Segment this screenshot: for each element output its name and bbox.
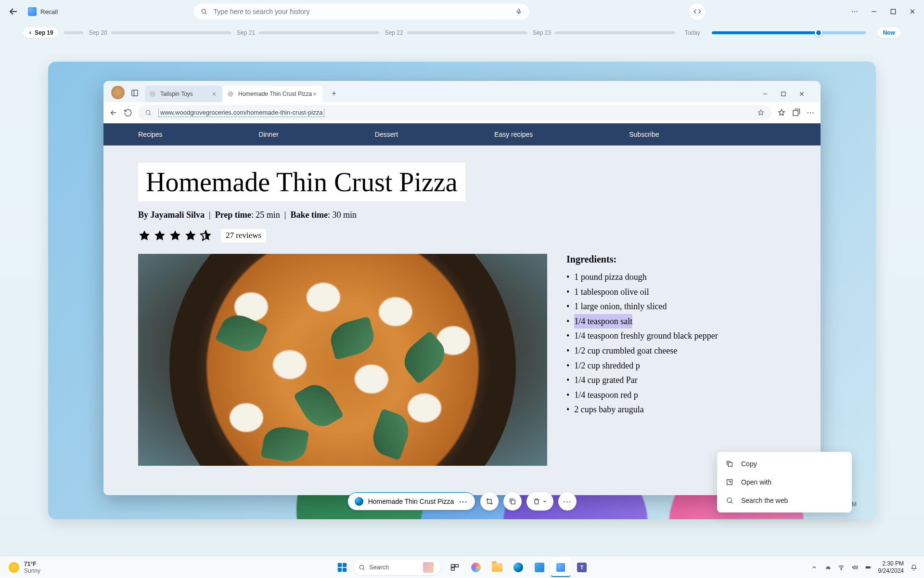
site-nav-link[interactable]: Dessert [375, 131, 398, 138]
copy-snapshot-button[interactable] [503, 492, 522, 511]
timeline-today-label: Today [685, 29, 700, 36]
delete-snapshot-button[interactable] [526, 492, 553, 511]
volume-icon[interactable] [851, 564, 858, 571]
close-icon[interactable] [909, 8, 916, 15]
timeline-segment[interactable] [64, 31, 83, 34]
snapshot-source-chip[interactable]: Homemade Thin Crust Pizza ⋯ [347, 492, 476, 511]
timeline-segment[interactable] [407, 31, 527, 34]
timeline-segment[interactable] [259, 31, 379, 34]
ingredient-item[interactable]: 1/4 teaspoon salt [566, 314, 786, 329]
ingredient-item[interactable]: 1/4 teaspoon freshly ground black pepper [566, 328, 786, 343]
teams-button[interactable]: T [572, 558, 591, 577]
context-menu-copy[interactable]: Copy [717, 455, 852, 473]
taskbar-weather[interactable]: 71°F Sunny [0, 561, 40, 574]
address-bar[interactable]: www.woodgrovegroceries.com/homemade-thin… [138, 105, 771, 120]
svg-rect-5 [891, 9, 895, 13]
tab-close-icon[interactable] [312, 91, 318, 97]
tray-chevron-icon[interactable] [811, 564, 818, 571]
svg-rect-19 [338, 567, 342, 571]
task-view-button[interactable] [445, 558, 464, 577]
crop-snapshot-button[interactable] [480, 492, 499, 511]
history-search-input[interactable] [213, 8, 515, 15]
favorite-icon[interactable] [757, 109, 765, 117]
dev-mode-button[interactable] [689, 3, 706, 20]
battery-icon[interactable] [865, 564, 872, 571]
notifications-icon[interactable] [911, 564, 917, 571]
mic-icon[interactable] [515, 8, 522, 15]
timeline-now-button[interactable]: Now [877, 27, 901, 38]
minimize-icon[interactable] [870, 8, 878, 15]
onedrive-icon[interactable] [824, 564, 831, 571]
ingredient-item[interactable]: 1/4 teaspoon red p [566, 388, 786, 403]
site-nav-link[interactable]: Subscribe [629, 131, 659, 138]
tab-favicon-icon [228, 91, 233, 97]
context-menu-label: Copy [741, 460, 757, 468]
timeline-segment[interactable] [555, 31, 675, 34]
collections-icon[interactable] [792, 108, 800, 117]
snapshot-more-button[interactable]: ⋯ [558, 492, 577, 511]
start-button[interactable] [333, 558, 352, 577]
window-minimize-icon[interactable] [762, 91, 769, 97]
tab-favicon-icon [150, 91, 155, 97]
more-icon[interactable] [851, 8, 859, 15]
new-tab-button[interactable] [327, 87, 341, 100]
ingredient-text: 1/2 cup crumbled goat cheese [574, 343, 677, 358]
store-button[interactable] [530, 558, 549, 577]
search-icon [145, 109, 152, 116]
windows-icon [337, 562, 347, 573]
timeline-start-chip[interactable]: Sep 19 [23, 27, 58, 38]
copy-icon [726, 460, 733, 468]
site-nav-link[interactable]: Recipes [138, 131, 163, 138]
vertical-tabs-icon[interactable] [130, 89, 139, 97]
maximize-icon[interactable] [889, 8, 897, 15]
svg-rect-7 [782, 92, 785, 96]
chevron-left-icon [28, 30, 33, 35]
wifi-icon[interactable] [838, 564, 845, 571]
svg-rect-13 [728, 462, 732, 466]
ingredient-item[interactable]: 1/2 cup shredded p [566, 358, 786, 373]
tab-close-icon[interactable] [211, 91, 217, 97]
browser-tab[interactable]: Homemade Thin Crust Pizza [223, 86, 322, 102]
ingredient-item[interactable]: 1/4 cup grated Par [566, 373, 786, 388]
context-menu-open-with[interactable]: Open with [717, 473, 852, 491]
browser-back-icon[interactable] [109, 108, 118, 117]
profile-avatar[interactable] [111, 86, 125, 99]
timeline-segment[interactable] [111, 31, 231, 34]
ingredient-item[interactable]: 2 cups baby arugula [566, 402, 786, 417]
ingredient-item[interactable]: 1 pound pizza dough [566, 270, 786, 285]
timeline[interactable]: Sep 19 Sep 20 Sep 21 Sep 22 Sep 23 Today… [0, 23, 924, 42]
edge-button[interactable] [509, 558, 528, 577]
teams-icon: T [577, 563, 587, 572]
context-menu-search-web[interactable]: Search the web [717, 491, 852, 510]
windows-taskbar[interactable]: 71°F Sunny Search T 2:30 PM 9/24/2024 [0, 556, 924, 578]
history-search[interactable] [193, 3, 530, 20]
svg-rect-18 [343, 563, 346, 566]
file-explorer-button[interactable] [488, 558, 507, 577]
ingredient-item[interactable]: 1/2 cup crumbled goat cheese [566, 343, 786, 358]
window-close-icon[interactable] [798, 91, 805, 97]
browser-tab[interactable]: Tailspin Toys [145, 86, 222, 102]
copy-icon [509, 498, 516, 505]
trash-icon [533, 498, 540, 505]
browser-refresh-icon[interactable] [124, 108, 132, 117]
snapshot-viewport: Tailspin Toys Homemade Thin Crust Pizza [48, 62, 876, 519]
timeline-scrubber-handle[interactable] [815, 29, 822, 37]
ingredient-item[interactable]: 1 tablespoon olive oil [566, 285, 786, 300]
snapshot-source-more-icon[interactable]: ⋯ [459, 496, 468, 507]
window-maximize-icon[interactable] [780, 91, 787, 97]
timeline-today-track[interactable] [712, 31, 866, 34]
ingredient-item[interactable]: 1 large onion, thinly sliced [566, 299, 786, 314]
search-icon [359, 564, 365, 571]
favorites-bar-icon[interactable] [777, 108, 786, 117]
taskbar-search[interactable]: Search [354, 560, 440, 575]
site-nav-link[interactable]: Easy recipes [494, 131, 533, 138]
copilot-button[interactable] [466, 558, 486, 577]
site-nav-link[interactable]: Dinner [259, 131, 279, 138]
taskbar-clock[interactable]: 2:30 PM 9/24/2024 [878, 560, 904, 574]
context-menu-label: Open with [741, 478, 771, 486]
browser-more-icon[interactable] [806, 108, 815, 117]
back-icon[interactable] [8, 6, 19, 17]
recall-app-button[interactable] [551, 558, 570, 577]
svg-point-4 [857, 11, 858, 12]
svg-point-2 [852, 11, 853, 12]
